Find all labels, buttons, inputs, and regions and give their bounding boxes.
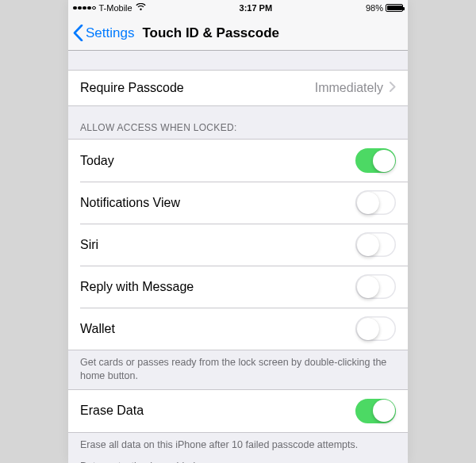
require-passcode-group: Require Passcode Immediately	[68, 70, 408, 106]
chevron-left-icon	[73, 25, 83, 41]
back-button[interactable]: Settings	[68, 25, 134, 41]
erase-data-switch[interactable]	[355, 399, 396, 423]
background-blur-left	[0, 0, 68, 463]
wifi-icon	[136, 3, 146, 13]
allow-access-header: ALLOW ACCESS WHEN LOCKED:	[68, 106, 408, 139]
allow-access-footer: Get cards or passes ready from the lock …	[68, 350, 408, 389]
allow-access-item-label: Reply with Message	[80, 280, 194, 294]
phone-screen: T-Mobile 3:17 PM 98% Settings Touch ID &…	[68, 0, 408, 463]
erase-data-footer: Erase all data on this iPhone after 10 f…	[68, 433, 408, 463]
allow-access-switch[interactable]	[355, 232, 396, 257]
allow-access-cell: Reply with Message	[68, 266, 408, 308]
allow-access-cell: Siri	[68, 224, 408, 266]
allow-access-item-label: Today	[80, 154, 114, 168]
allow-access-switch[interactable]	[355, 274, 396, 299]
allow-access-cell: Notifications View	[68, 182, 408, 224]
allow-access-switch[interactable]	[355, 148, 396, 173]
settings-content: Require Passcode Immediately ALLOW ACCES…	[68, 51, 408, 463]
navigation-bar: Settings Touch ID & Passcode	[68, 16, 408, 51]
battery-percent-label: 98%	[366, 3, 383, 13]
allow-access-item-label: Wallet	[80, 322, 115, 336]
erase-data-label: Erase Data	[80, 404, 144, 418]
require-passcode-value: Immediately	[315, 81, 383, 95]
allow-access-switch[interactable]	[355, 316, 396, 341]
page-title: Touch ID & Passcode	[142, 25, 279, 41]
require-passcode-cell[interactable]: Require Passcode Immediately	[68, 71, 408, 105]
allow-access-item-label: Siri	[80, 238, 98, 252]
background-blur-right	[408, 0, 476, 463]
status-right: 98%	[366, 3, 403, 13]
clock-label: 3:17 PM	[240, 3, 273, 13]
require-passcode-detail: Immediately	[315, 81, 396, 95]
allow-access-switch[interactable]	[355, 190, 396, 215]
carrier-label: T-Mobile	[99, 3, 132, 13]
signal-strength-icon	[73, 6, 96, 10]
allow-access-group: TodayNotifications ViewSiriReply with Me…	[68, 139, 408, 350]
allow-access-cell: Wallet	[68, 308, 408, 350]
status-bar: T-Mobile 3:17 PM 98%	[68, 0, 408, 16]
chevron-right-icon	[390, 81, 396, 95]
status-left: T-Mobile	[73, 3, 146, 13]
back-label: Settings	[86, 25, 134, 41]
allow-access-item-label: Notifications View	[80, 196, 180, 210]
erase-data-group: Erase Data	[68, 389, 408, 433]
battery-icon	[386, 4, 403, 12]
require-passcode-label: Require Passcode	[80, 81, 184, 95]
erase-data-cell: Erase Data	[68, 390, 408, 432]
allow-access-cell: Today	[68, 140, 408, 182]
